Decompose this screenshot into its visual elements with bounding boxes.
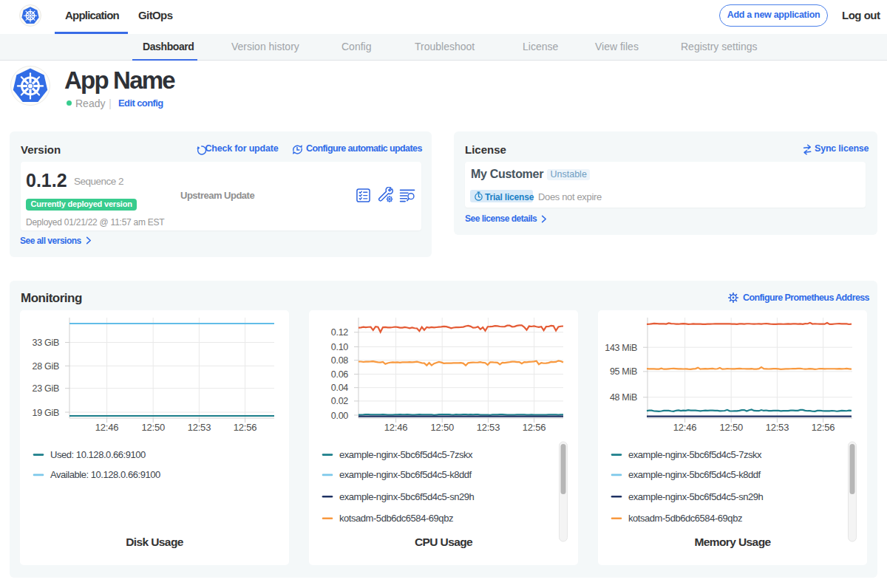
svg-text:12:46: 12:46	[673, 422, 697, 433]
svg-text:Memory Usage: Memory Usage	[694, 536, 771, 548]
svg-text:example-nginx-5bc6f5d4c5-k8ddf: example-nginx-5bc6f5d4c5-k8ddf	[339, 469, 472, 480]
svg-text:12:46: 12:46	[384, 422, 408, 433]
svg-text:example-nginx-5bc6f5d4c5-sn29h: example-nginx-5bc6f5d4c5-sn29h	[339, 491, 475, 502]
svg-text:CPU Usage: CPU Usage	[415, 536, 473, 548]
svg-text:example-nginx-5bc6f5d4c5-sn29h: example-nginx-5bc6f5d4c5-sn29h	[628, 491, 764, 502]
svg-text:example-nginx-5bc6f5d4c5-7zskx: example-nginx-5bc6f5d4c5-7zskx	[339, 449, 473, 460]
svg-text:28 GiB: 28 GiB	[33, 361, 59, 372]
svg-text:example-nginx-5bc6f5d4c5-7zskx: example-nginx-5bc6f5d4c5-7zskx	[628, 449, 762, 460]
svg-text:kotsadm-5db6dc6584-69qbz: kotsadm-5db6dc6584-69qbz	[339, 513, 453, 524]
svg-text:12:50: 12:50	[719, 422, 743, 433]
svg-text:0.12: 0.12	[331, 327, 348, 338]
svg-text:143 MiB: 143 MiB	[605, 343, 637, 353]
svg-text:12:50: 12:50	[430, 422, 454, 433]
svg-text:12:53: 12:53	[766, 422, 789, 433]
svg-text:12:53: 12:53	[477, 422, 500, 433]
svg-text:0.10: 0.10	[331, 342, 348, 352]
svg-text:example-nginx-5bc6f5d4c5-k8ddf: example-nginx-5bc6f5d4c5-k8ddf	[628, 469, 761, 480]
svg-text:0.08: 0.08	[331, 355, 348, 366]
svg-text:Used: 10.128.0.66:9100: Used: 10.128.0.66:9100	[50, 449, 146, 460]
svg-text:12:56: 12:56	[234, 422, 257, 433]
svg-text:Available: 10.128.0.66:9100: Available: 10.128.0.66:9100	[50, 469, 160, 480]
svg-text:kotsadm-5db6dc6584-69qbz: kotsadm-5db6dc6584-69qbz	[628, 513, 742, 524]
svg-text:33 GiB: 33 GiB	[33, 338, 59, 348]
svg-text:12:50: 12:50	[141, 422, 165, 433]
svg-text:0.04: 0.04	[331, 383, 348, 393]
svg-text:12:53: 12:53	[188, 422, 211, 433]
svg-text:19 GiB: 19 GiB	[33, 408, 59, 418]
svg-text:48 MiB: 48 MiB	[610, 392, 637, 403]
svg-text:23 GiB: 23 GiB	[33, 383, 59, 394]
svg-text:0.02: 0.02	[331, 396, 348, 406]
svg-text:12:46: 12:46	[95, 422, 119, 433]
svg-text:0.06: 0.06	[331, 369, 348, 380]
svg-text:12:56: 12:56	[523, 422, 546, 433]
svg-text:95 MiB: 95 MiB	[610, 366, 637, 377]
svg-text:Disk Usage: Disk Usage	[126, 536, 184, 548]
svg-text:0.00: 0.00	[331, 411, 348, 421]
svg-text:12:56: 12:56	[812, 422, 835, 433]
